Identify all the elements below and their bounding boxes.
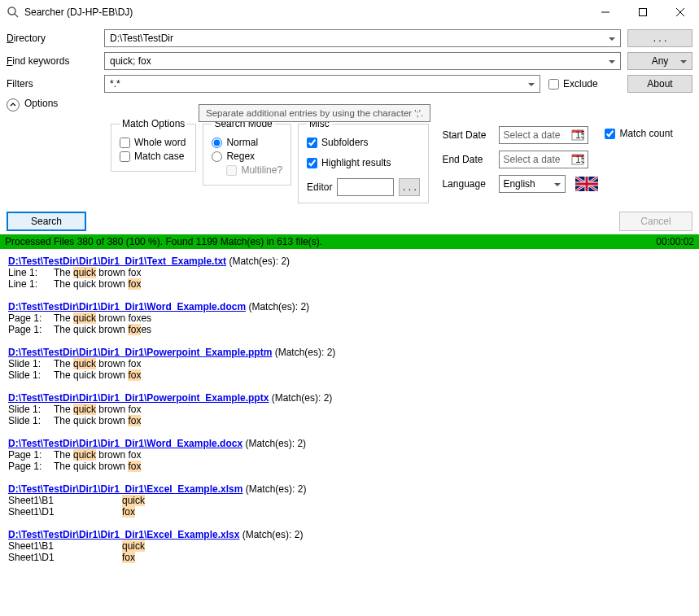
- editor-input[interactable]: [337, 178, 394, 196]
- search-mode-group: Search Mode Normal Regex Multiline?: [203, 118, 291, 186]
- result-location: Line 1:: [8, 267, 54, 278]
- svg-line-1: [15, 14, 18, 17]
- misc-group: Misc Subfolders Highlight results Editor…: [298, 118, 429, 203]
- calendar-icon: 15: [571, 128, 584, 143]
- close-button[interactable]: [662, 0, 699, 24]
- highlight: quick: [122, 540, 145, 552]
- dates-column: Start Date Select a date 15 End Date Sel…: [442, 118, 598, 193]
- result-path-link[interactable]: D:\Test\TestDir\Dir1\Dir1_Dir1\Word_Exam…: [8, 301, 246, 312]
- result-path-link[interactable]: D:\Test\TestDir\Dir1\Dir1_Dir1\Excel_Exa…: [8, 483, 242, 495]
- result-location: Slide 1:: [8, 415, 54, 426]
- app-icon: [7, 6, 20, 19]
- window-title: Searcher (DJ-HP-EB\DJ): [24, 7, 587, 18]
- highlight: fox: [128, 369, 141, 381]
- status-time: 00:00:02: [656, 236, 694, 247]
- result-group: D:\Test\TestDir\Dir1\Dir1_Dir1\Excel_Exa…: [8, 483, 691, 518]
- highlight: fox: [128, 324, 141, 335]
- result-line: Page 1:The quick brown fox: [8, 461, 691, 472]
- result-location: Page 1:: [8, 461, 54, 472]
- result-group: D:\Test\TestDir\Dir1\Dir1_Dir1\Powerpoin…: [8, 392, 691, 426]
- result-line: Page 1:The quick brown fox: [8, 449, 691, 461]
- result-match-count: (Match(es): 2): [242, 438, 306, 449]
- result-text: The quick brown fox: [54, 415, 141, 426]
- result-path-link[interactable]: D:\Test\TestDir\Dir1\Dir1_Dir1\Excel_Exa…: [8, 529, 239, 540]
- result-line: Line 1:The quick brown fox: [8, 278, 691, 290]
- result-location: Page 1:: [8, 324, 54, 335]
- filters-label: Filters: [7, 78, 104, 90]
- directory-input[interactable]: [104, 29, 621, 47]
- whole-word-checkbox[interactable]: Whole word: [120, 137, 187, 148]
- result-path-link[interactable]: D:\Test\TestDir\Dir1\Dir1_Dir1\Powerpoin…: [8, 347, 272, 358]
- action-row: Search Cancel: [0, 208, 699, 234]
- result-location: Slide 1:: [8, 369, 54, 381]
- result-line: Page 1:The quick brown foxes: [8, 312, 691, 324]
- match-count-checkbox[interactable]: Match count: [605, 128, 672, 139]
- result-text: The quick brown fox: [54, 404, 141, 415]
- result-path-link[interactable]: D:\Test\TestDir\Dir1\Dir1_Dir1\Powerpoin…: [8, 392, 269, 404]
- title-bar: Searcher (DJ-HP-EB\DJ): [0, 0, 699, 24]
- any-button[interactable]: Any: [627, 52, 692, 70]
- svg-text:15: 15: [575, 129, 584, 141]
- result-location: Sheet1\D1: [8, 506, 122, 518]
- exclude-checkbox[interactable]: Exclude: [548, 78, 598, 90]
- keywords-input[interactable]: [104, 52, 621, 70]
- highlight: fox: [122, 506, 135, 518]
- result-group: D:\Test\TestDir\Dir1\Dir1_Dir1\Powerpoin…: [8, 347, 691, 381]
- highlight: quick: [73, 449, 96, 461]
- tooltip: Separate additional entries by using the…: [199, 104, 430, 122]
- maximize-button[interactable]: [624, 0, 662, 24]
- result-location: Page 1:: [8, 449, 54, 461]
- result-group: D:\Test\TestDir\Dir1\Dir1_Dir1\Word_Exam…: [8, 438, 691, 472]
- start-date-input[interactable]: Select a date 15: [499, 126, 588, 144]
- result-location: Sheet1\B1: [8, 540, 122, 552]
- result-location: Sheet1\B1: [8, 495, 122, 506]
- result-text: quick: [122, 540, 145, 552]
- svg-text:15: 15: [575, 154, 584, 165]
- highlight: fox: [122, 552, 135, 563]
- form-area: Directory . . . Find keywords Any Filter…: [0, 24, 699, 208]
- subfolders-checkbox[interactable]: Subfolders: [307, 137, 420, 148]
- editor-label: Editor: [307, 181, 332, 193]
- filters-input[interactable]: [104, 75, 540, 93]
- minimize-button[interactable]: [587, 0, 624, 24]
- language-select[interactable]: English: [499, 175, 566, 193]
- end-date-input[interactable]: Select a date 15: [499, 151, 588, 168]
- options-toggle[interactable]: [7, 98, 20, 111]
- result-match-count: (Match(es): 2): [242, 483, 306, 495]
- results-panel[interactable]: D:\Test\TestDir\Dir1\Dir1_Dir1\Text_Exam…: [0, 249, 699, 614]
- result-line: Slide 1:The quick brown fox: [8, 404, 691, 415]
- result-match-count: (Match(es): 2): [246, 301, 309, 312]
- result-line: Page 1:The quick brown foxes: [8, 324, 691, 335]
- status-text: Processed Files 380 of 380 (100 %). Foun…: [5, 236, 322, 247]
- result-path-link[interactable]: D:\Test\TestDir\Dir1\Dir1_Dir1\Text_Exam…: [8, 256, 226, 267]
- regex-radio[interactable]: Regex: [212, 151, 282, 162]
- result-path-link[interactable]: D:\Test\TestDir\Dir1\Dir1_Dir1\Word_Exam…: [8, 438, 242, 449]
- multiline-checkbox[interactable]: Multiline?: [226, 164, 282, 176]
- match-options-group: Match Options Whole word Match case: [111, 118, 196, 172]
- directory-label: Directory: [7, 33, 104, 44]
- result-location: Slide 1:: [8, 358, 54, 369]
- result-match-count: (Match(es): 2): [272, 347, 335, 358]
- normal-radio[interactable]: Normal: [212, 137, 282, 148]
- cancel-button[interactable]: Cancel: [619, 212, 692, 231]
- end-date-label: End Date: [442, 154, 494, 165]
- search-button[interactable]: Search: [7, 212, 86, 231]
- result-line: Sheet1\B1quick: [8, 540, 691, 552]
- result-location: Line 1:: [8, 278, 54, 290]
- browse-button[interactable]: . . .: [627, 29, 692, 47]
- highlight: quick: [122, 495, 145, 506]
- result-line: Sheet1\D1fox: [8, 552, 691, 563]
- highlight-checkbox[interactable]: Highlight results: [307, 157, 420, 168]
- svg-point-0: [8, 7, 15, 15]
- result-text: fox: [122, 552, 135, 563]
- result-text: The quick brown fox: [54, 369, 141, 381]
- about-button[interactable]: About: [627, 75, 692, 93]
- result-group: D:\Test\TestDir\Dir1\Dir1_Dir1\Word_Exam…: [8, 301, 691, 335]
- editor-browse-button[interactable]: . . .: [399, 178, 420, 196]
- result-line: Line 1:The quick brown fox: [8, 267, 691, 278]
- highlight: fox: [128, 461, 141, 472]
- result-text: quick: [122, 495, 145, 506]
- match-case-checkbox[interactable]: Match case: [120, 151, 187, 162]
- flag-icon: [575, 177, 598, 191]
- language-label: Language: [442, 178, 494, 190]
